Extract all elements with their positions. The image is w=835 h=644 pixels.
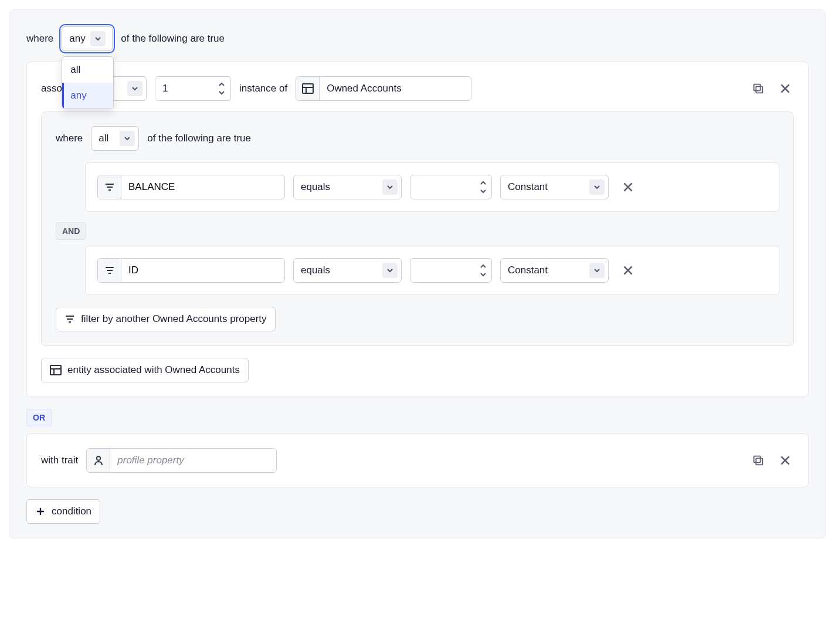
inner-following-label: of the following are true [147,133,251,144]
condition-row: equals Constant [85,246,779,295]
duplicate-button[interactable] [749,80,767,97]
remove-condition-button[interactable] [619,178,637,196]
property-picker[interactable] [97,175,285,199]
count-value: 1 [162,83,168,94]
inner-where-panel: where all of the following are true [41,111,794,346]
entity-name: Owned Accounts [320,83,402,94]
root-logic-dropdown: all any [62,56,114,109]
operator-select[interactable]: equals [293,175,402,199]
chevron-down-icon [382,263,398,278]
person-icon [87,449,110,472]
inner-logic-value: all [99,133,108,144]
svg-rect-25 [754,456,761,463]
root-logic-value: any [69,33,85,45]
svg-point-23 [97,456,100,460]
spinner-down-icon[interactable] [477,187,489,195]
dropdown-option-all[interactable]: all [62,57,113,83]
remove-button[interactable] [776,452,794,469]
number-spinners[interactable] [476,179,489,195]
trait-block: with trait [26,433,809,487]
root-where-row: where any all any of the following are t… [26,26,809,51]
cond-wrapper: equals Constant [56,246,779,295]
svg-rect-4 [754,84,761,91]
entity-picker[interactable]: Owned Accounts [296,76,471,101]
root-logic-select[interactable]: any all any [62,26,113,51]
audience-builder-root: where any all any of the following are t… [9,9,826,538]
entity-associated-button[interactable]: entity associated with Owned Accounts [41,358,249,382]
operator-select[interactable]: equals [293,258,402,283]
chevron-down-icon [120,131,135,146]
entity-associated-label: entity associated with Owned Accounts [67,364,240,376]
table-icon [296,77,320,100]
value-type-select[interactable]: Constant [500,258,609,283]
svg-rect-3 [756,86,762,93]
spinner-down-icon[interactable] [216,89,228,97]
value-input[interactable] [410,258,492,283]
trait-input[interactable] [110,449,276,472]
count-value-input[interactable]: 1 [155,76,231,101]
cond-wrapper: equals Constant [56,162,779,212]
block1-actions [749,80,794,97]
property-input[interactable] [121,175,284,199]
inner-where-label: where [56,133,83,144]
chevron-down-icon [382,179,398,195]
associated-row: asso at least 1 instance of Owned [41,76,794,101]
with-trait-label: with trait [41,455,78,466]
dropdown-option-any[interactable]: any [62,83,113,109]
and-pill-row: AND [56,222,779,240]
chevron-down-icon [589,179,605,195]
entity-assoc-row: entity associated with Owned Accounts [41,358,794,382]
add-condition-row: condition [26,499,809,524]
spinner-down-icon[interactable] [477,270,489,279]
svg-rect-24 [756,458,762,465]
or-pill: OR [26,409,52,426]
chevron-down-icon [90,31,106,46]
filter-another-property-button[interactable]: filter by another Owned Accounts propert… [56,307,276,331]
property-input[interactable] [121,259,284,282]
and-pill: AND [56,222,86,240]
condition-row: equals Constant [85,162,779,212]
inner-where-row: where all of the following are true [56,126,779,151]
number-spinners[interactable] [215,80,228,97]
associated-label: asso [41,83,62,94]
filter-another-label: filter by another Owned Accounts propert… [81,313,267,325]
add-condition-label: condition [52,506,91,517]
spinner-up-icon[interactable] [477,262,489,270]
block2-actions [749,452,794,469]
value-type: Constant [508,181,548,193]
remove-button[interactable] [776,80,794,97]
instance-of-label: instance of [239,83,287,94]
chevron-down-icon [589,263,605,278]
filter-another-row: filter by another Owned Accounts propert… [56,307,779,331]
associated-entity-block: asso at least 1 instance of Owned [26,62,809,397]
chevron-down-icon [127,81,142,96]
property-picker[interactable] [97,258,285,283]
duplicate-button[interactable] [749,452,767,469]
number-spinners[interactable] [476,262,489,279]
filter-icon [98,259,121,282]
operator-value: equals [301,181,330,193]
inner-logic-select[interactable]: all [91,126,139,151]
where-label: where [26,33,53,45]
trait-picker[interactable] [86,448,277,473]
operator-value: equals [301,265,330,276]
remove-condition-button[interactable] [619,262,637,279]
filter-icon [98,175,121,199]
or-pill-row: OR [26,409,809,426]
svg-rect-20 [50,365,61,375]
add-condition-button[interactable]: condition [26,499,100,524]
value-input[interactable] [410,175,492,199]
spinner-up-icon[interactable] [477,179,489,187]
spinner-up-icon[interactable] [216,80,228,89]
value-type: Constant [508,265,548,276]
following-label: of the following are true [121,33,225,45]
value-type-select[interactable]: Constant [500,175,609,199]
svg-rect-0 [303,84,313,93]
